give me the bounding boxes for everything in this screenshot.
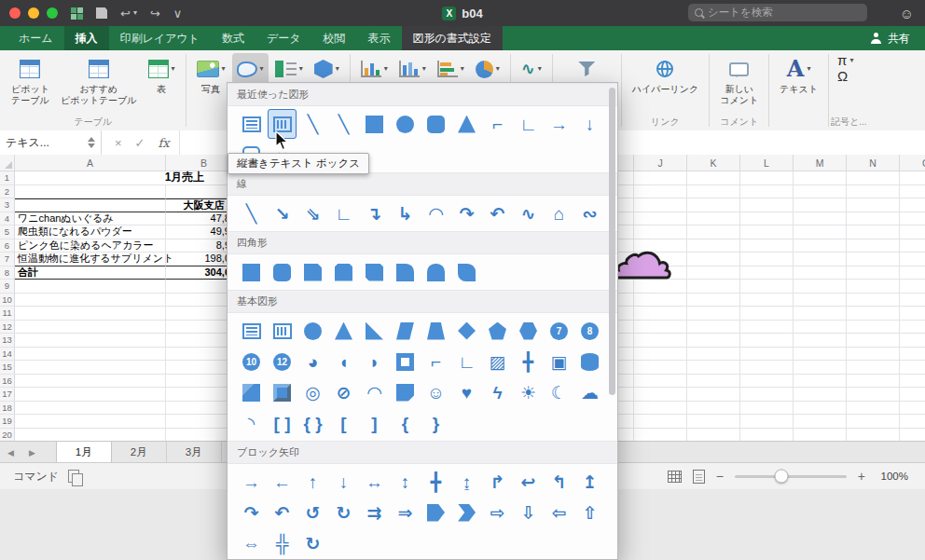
row-header-18[interactable]: 18: [0, 402, 15, 416]
shape-3-6[interactable]: [421, 316, 450, 346]
cell[interactable]: [15, 321, 166, 335]
cell[interactable]: [794, 198, 847, 212]
3d-models-button[interactable]: ▾: [310, 53, 344, 85]
line-2[interactable]: ╲: [329, 109, 358, 139]
cell[interactable]: [740, 388, 794, 402]
cell[interactable]: [900, 334, 925, 348]
shape-3-17[interactable]: [391, 347, 420, 376]
cell[interactable]: [634, 198, 687, 212]
shape-3-2[interactable]: [298, 316, 327, 346]
row-header-5[interactable]: 5: [0, 225, 15, 239]
cell[interactable]: [634, 307, 687, 321]
pie-chart-button[interactable]: ▾: [471, 53, 504, 85]
shape-3-11[interactable]: 8: [575, 316, 604, 346]
zoom-out-button[interactable]: −: [716, 469, 724, 484]
row-header-9[interactable]: 9: [0, 280, 15, 294]
cell[interactable]: [634, 185, 687, 199]
search-box[interactable]: シートを検索: [688, 4, 867, 21]
name-box-stepper[interactable]: [88, 137, 95, 148]
cell[interactable]: [847, 198, 900, 212]
sun[interactable]: ☀: [514, 377, 543, 407]
cell[interactable]: [794, 348, 847, 362]
cell[interactable]: [687, 429, 740, 442]
column-header-O[interactable]: O: [900, 155, 925, 171]
shape-3-7[interactable]: [452, 316, 481, 346]
cell[interactable]: [900, 198, 925, 212]
shape-3-4[interactable]: [360, 316, 389, 346]
cell[interactable]: [15, 361, 166, 375]
cell[interactable]: [794, 280, 847, 294]
cell[interactable]: [900, 212, 925, 226]
cell[interactable]: [687, 375, 740, 389]
cell[interactable]: [847, 429, 900, 442]
shape-2-1[interactable]: [268, 257, 297, 287]
cell[interactable]: [634, 361, 687, 375]
row-header-3[interactable]: 3: [0, 198, 15, 212]
cell[interactable]: [794, 225, 847, 239]
row-header-11[interactable]: 11: [0, 307, 15, 321]
column-header-L[interactable]: L: [740, 155, 794, 171]
cell[interactable]: [900, 361, 925, 375]
cell[interactable]: [15, 388, 166, 402]
cell[interactable]: [15, 307, 166, 321]
column-header-N[interactable]: N: [847, 155, 900, 171]
cell[interactable]: [687, 185, 740, 199]
next-sheet-icon[interactable]: ▶: [21, 442, 43, 463]
cell[interactable]: [847, 348, 900, 362]
name-box[interactable]: テキス...: [0, 130, 102, 155]
select-all-corner[interactable]: [0, 155, 15, 171]
cell[interactable]: [847, 334, 900, 348]
shape-3-24[interactable]: [237, 377, 266, 407]
shape-4-9[interactable]: ↩: [514, 467, 543, 497]
insert-function-icon[interactable]: fx: [159, 136, 170, 150]
column-chart-button[interactable]: ▾: [394, 53, 431, 85]
hyperlink-button[interactable]: ハイパーリンク: [628, 53, 703, 97]
recommended-pivot-button[interactable]: おすすめ ピボットテーブル: [56, 53, 142, 108]
shape-4-0[interactable]: →: [237, 467, 266, 497]
shape-4-23[interactable]: ⇧: [575, 498, 604, 527]
cell[interactable]: [740, 185, 794, 199]
cell[interactable]: [847, 253, 900, 266]
cell[interactable]: [900, 375, 925, 389]
cell[interactable]: [847, 294, 900, 307]
redo-icon[interactable]: ↪: [150, 7, 160, 20]
enter-icon[interactable]: ✓: [135, 136, 145, 150]
shape-3-5[interactable]: [391, 316, 420, 346]
cell[interactable]: [847, 375, 900, 389]
feedback-smiley-icon[interactable]: ☺: [900, 6, 914, 21]
cell[interactable]: [687, 294, 740, 307]
rounded-rectangle[interactable]: [421, 109, 450, 139]
shape-4-5[interactable]: ↕: [391, 467, 420, 497]
scrollbar-thumb[interactable]: [609, 88, 615, 395]
shape-4-2[interactable]: ↑: [298, 467, 327, 497]
cell[interactable]: [847, 212, 900, 226]
tab-校閲[interactable]: 校閲: [312, 26, 357, 50]
cell[interactable]: [740, 212, 794, 226]
cell[interactable]: [847, 239, 900, 253]
tab-ホーム[interactable]: ホーム: [7, 26, 64, 50]
cell[interactable]: [847, 266, 900, 280]
prev-sheet-icon[interactable]: ◀: [0, 442, 21, 463]
shape-4-16[interactable]: ⇉: [360, 498, 389, 527]
cell[interactable]: [740, 225, 794, 239]
cell[interactable]: [634, 171, 687, 185]
row-header-16[interactable]: 16: [0, 375, 15, 389]
cell[interactable]: [794, 402, 847, 416]
tab-図形の書式設定[interactable]: 図形の書式設定: [402, 26, 503, 50]
shape-3-12[interactable]: 10: [237, 347, 266, 376]
line-arrow[interactable]: ↘: [268, 198, 297, 228]
shape-3-13[interactable]: 12: [268, 347, 297, 376]
shape-4-11[interactable]: ↥: [575, 467, 604, 497]
row-header-1[interactable]: 1: [0, 171, 15, 185]
symbol-button[interactable]: Ω: [835, 69, 850, 83]
cell[interactable]: [900, 429, 925, 442]
cell[interactable]: [687, 198, 740, 212]
cell[interactable]: [687, 361, 740, 375]
cell[interactable]: [900, 185, 925, 199]
cell[interactable]: [740, 171, 794, 185]
cell[interactable]: [794, 185, 847, 199]
rectangle[interactable]: [360, 109, 389, 139]
shapes-button[interactable]: ▾: [232, 53, 269, 85]
row-header-7[interactable]: 7: [0, 253, 15, 266]
column-header-K[interactable]: K: [687, 155, 740, 171]
